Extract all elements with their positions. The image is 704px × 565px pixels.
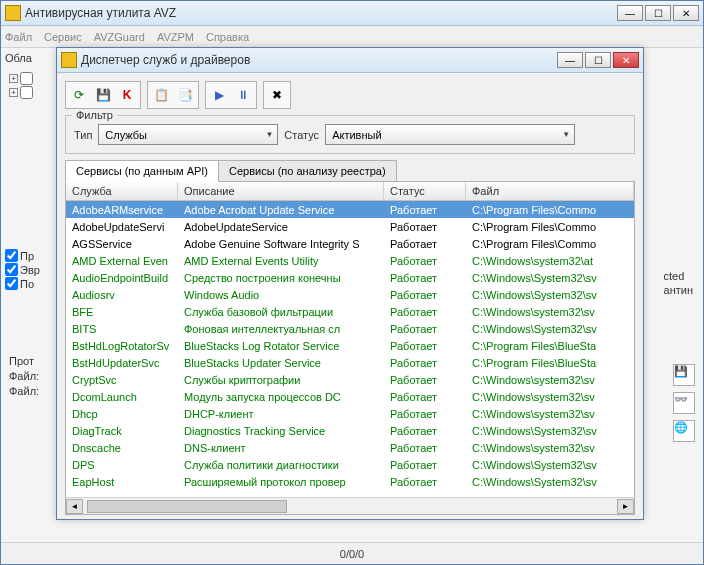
tree-item[interactable]: + bbox=[9, 72, 40, 85]
th-file[interactable]: Файл bbox=[466, 182, 634, 200]
dialog-minimize-button[interactable]: — bbox=[557, 52, 583, 68]
table-cell: C:\Program Files\BlueSta bbox=[466, 356, 634, 370]
checkbox[interactable] bbox=[5, 249, 18, 262]
table-cell: Adobe Acrobat Update Service bbox=[178, 203, 384, 217]
dialog-maximize-button[interactable]: ☐ bbox=[585, 52, 611, 68]
tree-check[interactable] bbox=[20, 86, 33, 99]
bg-text: антин bbox=[664, 284, 693, 296]
table-row[interactable]: AGSServiceAdobe Genuine Software Integri… bbox=[66, 235, 634, 252]
scroll-right-arrow[interactable]: ► bbox=[617, 499, 634, 514]
table-row[interactable]: BstHdUpdaterSvcBlueStacks Updater Servic… bbox=[66, 354, 634, 371]
th-status[interactable]: Статус bbox=[384, 182, 466, 200]
kaspersky-button[interactable]: K bbox=[116, 84, 138, 106]
tabs: Сервисы (по данным API) Сервисы (по анал… bbox=[65, 160, 635, 182]
table-row[interactable]: BstHdLogRotatorSvBlueStacks Log Rotator … bbox=[66, 337, 634, 354]
minimize-button[interactable]: — bbox=[617, 5, 643, 21]
main-titlebar[interactable]: Антивирусная утилита AVZ — ☐ ✕ bbox=[1, 1, 703, 26]
menu-service[interactable]: Сервис bbox=[44, 31, 82, 43]
checkbox[interactable] bbox=[5, 277, 18, 290]
table-cell: C:\Windows\system32\sv bbox=[466, 407, 634, 421]
table-cell: C:\Windows\system32\at bbox=[466, 254, 634, 268]
table-cell: Dnscache bbox=[66, 441, 178, 455]
table-row[interactable]: AdobeUpdateServiAdobeUpdateServiceРабота… bbox=[66, 218, 634, 235]
dialog-icon bbox=[61, 52, 77, 68]
dialog-titlebar[interactable]: Диспетчер служб и драйверов — ☐ ✕ bbox=[57, 48, 643, 73]
table-row[interactable]: DiagTrackDiagnostics Tracking ServiceРаб… bbox=[66, 422, 634, 439]
scroll-thumb[interactable] bbox=[87, 500, 287, 513]
table-cell: AdobeARMservice bbox=[66, 203, 178, 217]
save-button[interactable]: 💾 bbox=[92, 84, 114, 106]
table-cell: Adobe Genuine Software Integrity S bbox=[178, 237, 384, 251]
dialog-close-button[interactable]: ✕ bbox=[613, 52, 639, 68]
menu-avzguard[interactable]: AVZGuard bbox=[94, 31, 145, 43]
table-cell: BFE bbox=[66, 305, 178, 319]
table-row[interactable]: EapHostРасширяемый протокол проверРабота… bbox=[66, 473, 634, 490]
tree-item[interactable]: + bbox=[9, 86, 40, 99]
table-cell: Работает bbox=[384, 322, 466, 336]
maximize-button[interactable]: ☐ bbox=[645, 5, 671, 21]
check-row[interactable]: Эвр bbox=[5, 263, 40, 276]
prot-label: Прот bbox=[9, 355, 39, 367]
globe-icon[interactable]: 🌐 bbox=[673, 420, 695, 442]
table-cell: DNS-клиент bbox=[178, 441, 384, 455]
floppy-icon[interactable]: 💾 bbox=[673, 364, 695, 386]
table-cell: C:\Windows\system32\sv bbox=[466, 390, 634, 404]
copy-button[interactable]: 📋 bbox=[150, 84, 172, 106]
start-button[interactable]: ▶ bbox=[208, 84, 230, 106]
stop-button[interactable]: ⏸ bbox=[232, 84, 254, 106]
table-cell: Служба политики диагностики bbox=[178, 458, 384, 472]
menu-avzpm[interactable]: AVZPM bbox=[157, 31, 194, 43]
table-row[interactable]: DnscacheDNS-клиентРаботаетC:\Windows\sys… bbox=[66, 439, 634, 456]
refresh-button[interactable]: ⟳ bbox=[68, 84, 90, 106]
copy-all-button[interactable]: 📑 bbox=[174, 84, 196, 106]
table-row[interactable]: AudioEndpointBuildСредство построения ко… bbox=[66, 269, 634, 286]
check-row[interactable]: Пр bbox=[5, 249, 40, 262]
table-cell: DPS bbox=[66, 458, 178, 472]
table-cell: C:\Windows\System32\sv bbox=[466, 271, 634, 285]
close-button[interactable]: ✕ bbox=[673, 5, 699, 21]
table-cell: Работает bbox=[384, 424, 466, 438]
table-cell: Службы криптографии bbox=[178, 373, 384, 387]
table-cell: AMD External Events Utility bbox=[178, 254, 384, 268]
table-cell: BlueStacks Updater Service bbox=[178, 356, 384, 370]
table-row[interactable]: AudiosrvWindows AudioРаботаетC:\Windows\… bbox=[66, 286, 634, 303]
filter-group: Фильтр Тип Службы Статус Активный bbox=[65, 115, 635, 154]
horizontal-scrollbar[interactable]: ◄ ► bbox=[66, 497, 634, 514]
table-row[interactable]: CryptSvcСлужбы криптографииРаботаетC:\Wi… bbox=[66, 371, 634, 388]
tab-api[interactable]: Сервисы (по данным API) bbox=[65, 160, 219, 182]
table-cell: AudioEndpointBuild bbox=[66, 271, 178, 285]
main-menubar: Файл Сервис AVZGuard AVZPM Справка bbox=[1, 26, 703, 48]
menu-file[interactable]: Файл bbox=[5, 31, 32, 43]
table-row[interactable]: DPSСлужба политики диагностикиРаботаетC:… bbox=[66, 456, 634, 473]
scroll-left-arrow[interactable]: ◄ bbox=[66, 499, 83, 514]
status-combo[interactable]: Активный bbox=[325, 124, 575, 145]
menu-help[interactable]: Справка bbox=[206, 31, 249, 43]
table-cell: Работает bbox=[384, 254, 466, 268]
table-cell: AGSService bbox=[66, 237, 178, 251]
glasses-icon[interactable]: 👓 bbox=[673, 392, 695, 414]
table-cell: BlueStacks Log Rotator Service bbox=[178, 339, 384, 353]
table-cell: C:\Windows\System32\sv bbox=[466, 322, 634, 336]
statusbar: 0/0/0 bbox=[1, 542, 703, 564]
table-row[interactable]: BFEСлужба базовой фильтрацииРаботаетC:\W… bbox=[66, 303, 634, 320]
services-dialog: Диспетчер служб и драйверов — ☐ ✕ ⟳ 💾 K … bbox=[56, 47, 644, 520]
table-row[interactable]: BITSФоновая интеллектуальная слРаботаетC… bbox=[66, 320, 634, 337]
check-row[interactable]: По bbox=[5, 277, 40, 290]
table-cell: DiagTrack bbox=[66, 424, 178, 438]
delete-button[interactable]: ✖ bbox=[266, 84, 288, 106]
tab-registry[interactable]: Сервисы (по анализу реестра) bbox=[218, 160, 397, 182]
type-combo[interactable]: Службы bbox=[98, 124, 278, 145]
table-cell: Работает bbox=[384, 441, 466, 455]
table-cell: Windows Audio bbox=[178, 288, 384, 302]
table-cell: BITS bbox=[66, 322, 178, 336]
th-service[interactable]: Служба bbox=[66, 182, 178, 200]
table-cell: C:\Windows\system32\sv bbox=[466, 441, 634, 455]
table-row[interactable]: AdobeARMserviceAdobe Acrobat Update Serv… bbox=[66, 201, 634, 218]
checkbox[interactable] bbox=[5, 263, 18, 276]
th-description[interactable]: Описание bbox=[178, 182, 384, 200]
table-row[interactable]: DcomLaunchМодуль запуска процессов DCРаб… bbox=[66, 388, 634, 405]
table-row[interactable]: DhcpDHCP-клиентРаботаетC:\Windows\system… bbox=[66, 405, 634, 422]
table-row[interactable]: AMD External EvenAMD External Events Uti… bbox=[66, 252, 634, 269]
tree-check[interactable] bbox=[20, 72, 33, 85]
type-label: Тип bbox=[74, 129, 92, 141]
